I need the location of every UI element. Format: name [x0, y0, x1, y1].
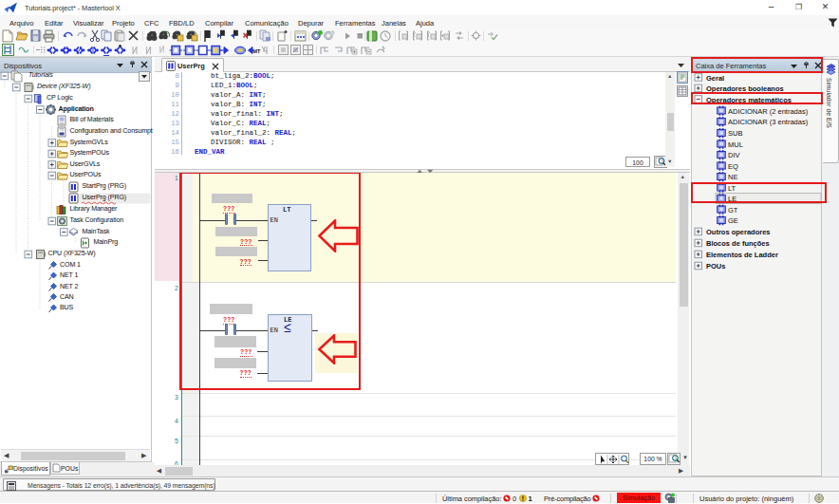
svg-text:MT: MT: [253, 48, 262, 54]
